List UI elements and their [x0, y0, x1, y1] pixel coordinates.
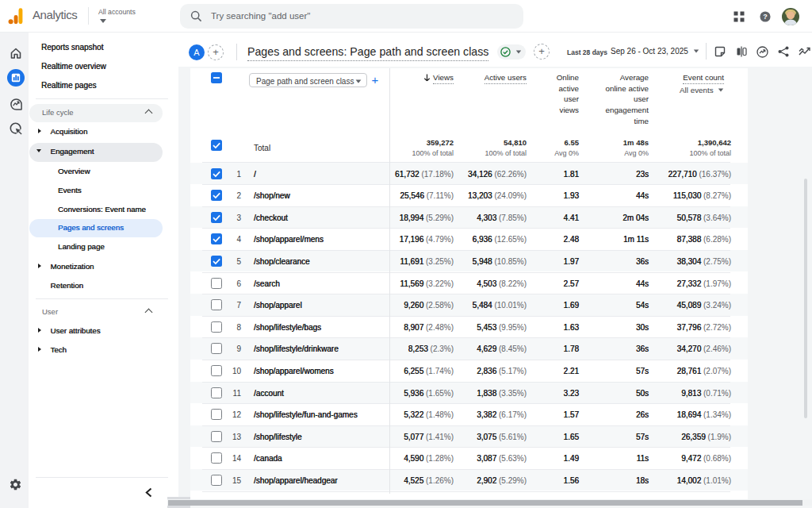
svg-text:?: ?: [763, 13, 768, 21]
